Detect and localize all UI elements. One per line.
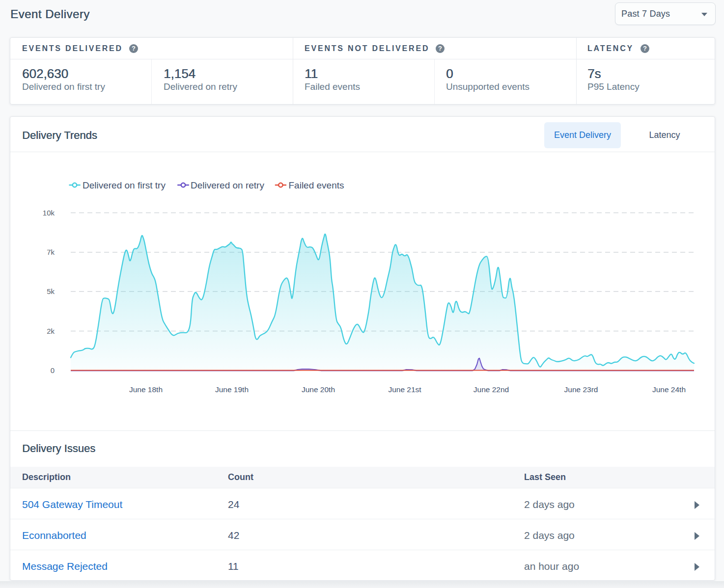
- svg-text:June 21st: June 21st: [388, 385, 421, 394]
- svg-text:June 20th: June 20th: [302, 385, 335, 394]
- svg-text:June 18th: June 18th: [129, 385, 163, 394]
- svg-text:Delivered on first try: Delivered on first try: [83, 180, 166, 190]
- svg-text:Failed events: Failed events: [289, 180, 344, 190]
- svg-text:June 24th: June 24th: [652, 385, 686, 394]
- svg-text:Delivered on retry: Delivered on retry: [191, 180, 264, 190]
- svg-text:7k: 7k: [47, 248, 55, 256]
- svg-text:2k: 2k: [47, 327, 55, 335]
- svg-text:0: 0: [51, 366, 55, 374]
- svg-text:June 19th: June 19th: [215, 385, 249, 394]
- svg-text:5k: 5k: [47, 287, 55, 295]
- svg-text:June 22nd: June 22nd: [473, 385, 509, 394]
- svg-text:10k: 10k: [43, 209, 55, 217]
- svg-text:June 23rd: June 23rd: [564, 385, 598, 394]
